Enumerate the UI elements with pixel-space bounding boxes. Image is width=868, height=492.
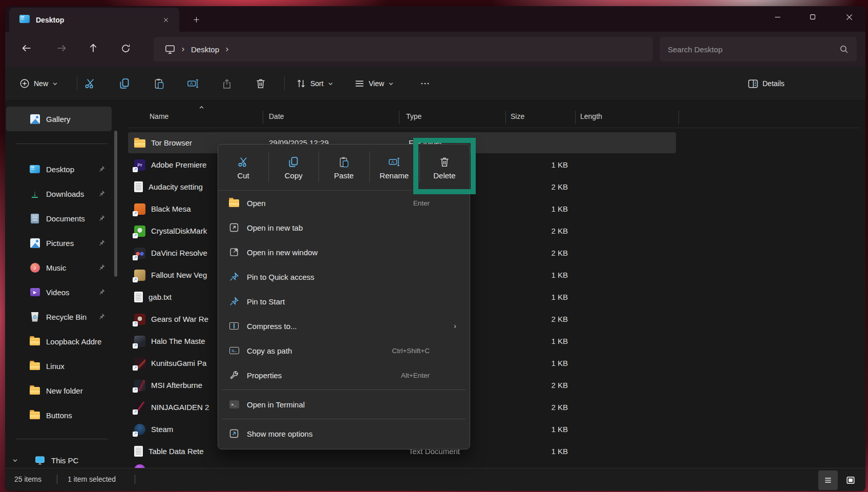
sidebar-item[interactable]: ↓ Downloads [6, 181, 114, 206]
status-bar: 25 items 1 item selected [5, 468, 865, 491]
menu-item-icon [228, 247, 240, 257]
context-menu-item[interactable]: Show more options [218, 421, 470, 446]
sidebar-item-this-pc[interactable]: This PC [6, 449, 114, 468]
shortcut-arrow-icon: ↗ [133, 211, 138, 216]
rename-button[interactable]: A [182, 73, 204, 94]
column-header-length[interactable]: Length [580, 112, 602, 120]
sidebar-item-label: This PC [51, 456, 78, 465]
table-row[interactable] [127, 462, 865, 468]
context-menu-item[interactable]: Pin to Start [218, 289, 470, 314]
file-icon: ↗ [134, 203, 145, 215]
sidebar-item-label: Videos [46, 288, 70, 297]
file-name: Gears of War Re [151, 315, 208, 323]
context-menu-item[interactable]: Properties Alt+Enter [218, 363, 470, 387]
quick-action-button[interactable]: Cut [218, 146, 268, 190]
details-label: Details [763, 79, 785, 88]
column-header-name[interactable]: Name [150, 112, 168, 120]
sidebar-scrollbar[interactable] [114, 131, 117, 277]
breadcrumb[interactable]: Desktop [154, 37, 653, 61]
chevron-down-icon [388, 81, 394, 87]
details-pane-button[interactable]: Details [743, 73, 790, 94]
sidebar-item-icon: ♪ [29, 263, 40, 273]
chevron-down-icon[interactable] [12, 458, 18, 463]
toolbar: New A Sort View De [5, 67, 865, 100]
tab-desktop[interactable]: Desktop [9, 8, 179, 32]
pin-icon [98, 190, 105, 197]
tab-label: Desktop [36, 16, 64, 24]
context-menu-item[interactable]: Open Enter [218, 191, 470, 215]
up-button[interactable] [83, 38, 103, 58]
cut-button[interactable] [79, 73, 101, 94]
file-icon: ↗ [134, 358, 145, 369]
column-header-date[interactable]: Date [269, 112, 284, 120]
thumbnail-view-button[interactable] [841, 470, 860, 490]
sidebar-item[interactable]: Loopback Addre [6, 329, 114, 354]
tab-close-icon[interactable] [160, 14, 172, 26]
close-button[interactable] [837, 6, 861, 28]
menu-item-icon: >_ [228, 400, 240, 408]
context-menu-item[interactable]: >_ Open in Terminal [218, 392, 470, 417]
sidebar-item[interactable]: Pictures [6, 231, 114, 255]
context-menu-item[interactable]: \\.. Copy as path Ctrl+Shift+C [218, 338, 470, 363]
back-button[interactable] [16, 38, 37, 58]
copy-button[interactable] [114, 73, 135, 94]
new-button[interactable]: New [14, 73, 63, 94]
sidebar-item[interactable]: Documents [6, 206, 114, 231]
details-view-button[interactable] [818, 470, 838, 490]
search-box[interactable] [660, 37, 857, 61]
sidebar-item[interactable]: Linux [6, 354, 114, 378]
chevron-down-icon [52, 81, 58, 87]
view-button[interactable]: View [349, 73, 399, 94]
sidebar-item[interactable]: New folder [6, 378, 114, 403]
search-input[interactable] [668, 45, 821, 54]
forward-button[interactable] [51, 38, 72, 58]
sidebar-item[interactable]: Buttons [6, 403, 114, 427]
file-icon: ↗ [134, 336, 145, 347]
quick-action-button[interactable]: A Rename [369, 146, 419, 190]
refresh-button[interactable] [115, 38, 136, 58]
file-size: 2 KB [505, 242, 568, 264]
sidebar-item-icon [29, 238, 40, 248]
file-icon [134, 464, 145, 468]
column-header-size[interactable]: Size [511, 112, 524, 120]
file-size [505, 132, 568, 154]
file-name: Audacity setting [149, 182, 203, 191]
gallery-icon [29, 114, 40, 124]
minimize-button[interactable] [766, 6, 789, 28]
maximize-button[interactable] [801, 6, 824, 28]
quick-action-button[interactable]: Copy [268, 146, 319, 190]
delete-button[interactable] [250, 73, 271, 94]
quick-action-label: Copy [285, 171, 303, 180]
context-menu-item[interactable]: Open in new window [218, 240, 470, 264]
quick-action-label: Paste [334, 171, 353, 180]
file-size: 2 KB [505, 308, 568, 330]
sidebar-item[interactable]: ▶ Videos [6, 280, 114, 304]
sidebar-item[interactable]: ♻ Recycle Bin [6, 304, 114, 329]
address-bar: Desktop [5, 32, 865, 67]
sidebar-item-gallery[interactable]: Gallery [6, 107, 112, 131]
file-name: Tor Browser [151, 138, 192, 147]
sort-button[interactable]: Sort [291, 73, 338, 94]
file-icon: ↗ [134, 248, 145, 259]
breadcrumb-location[interactable]: Desktop [191, 45, 219, 54]
share-button[interactable] [216, 73, 238, 94]
context-menu-item[interactable]: Compress to... › [218, 314, 470, 338]
context-menu-item[interactable]: Open in new tab [218, 215, 470, 240]
sidebar-item[interactable]: Desktop [6, 157, 114, 181]
file-name: Steam [151, 425, 173, 434]
quick-action-label: Rename [379, 171, 409, 180]
quick-action-button[interactable]: Paste [319, 146, 369, 190]
more-options-button[interactable] [415, 73, 435, 94]
new-tab-button[interactable] [189, 13, 203, 26]
paste-button[interactable] [149, 73, 170, 94]
chevron-right-icon[interactable] [224, 47, 230, 52]
column-header-type[interactable]: Type [406, 112, 421, 120]
sidebar-item[interactable]: ♪ Music [6, 255, 114, 280]
sidebar-item-label: Buttons [46, 411, 72, 420]
context-menu-item[interactable]: Pin to Quick access [218, 264, 470, 289]
shortcut-arrow-icon: ↗ [133, 255, 138, 260]
menu-item-label: Open [247, 199, 266, 208]
file-icon: ↗ [134, 402, 145, 413]
menu-item-label: Properties [247, 371, 282, 380]
search-icon [839, 45, 849, 54]
